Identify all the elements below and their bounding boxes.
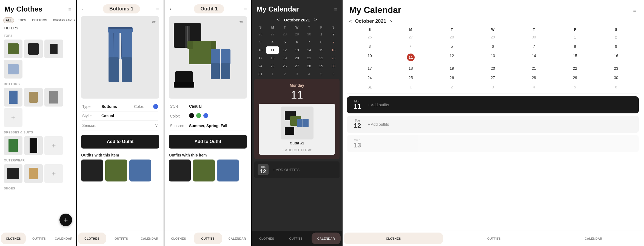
p5-31[interactable]: 31 — [349, 83, 390, 91]
outfit-thumb-3[interactable] — [129, 160, 151, 181]
cal4-day-30p[interactable]: 30 — [303, 30, 315, 38]
cal4-day-5[interactable]: 5 — [279, 38, 291, 46]
p5-27p[interactable]: 27 — [390, 33, 431, 41]
panel3-back-arrow[interactable]: ← — [169, 6, 174, 12]
p5-15[interactable]: 15 — [554, 51, 595, 63]
bottom-item-1[interactable] — [4, 88, 22, 107]
add-dress-button[interactable]: + — [44, 136, 63, 155]
p5-10[interactable]: 10 — [349, 51, 390, 63]
p5-29p[interactable]: 29 — [472, 33, 514, 41]
cal4-day-28[interactable]: 28 — [303, 62, 315, 70]
cal4-day-27[interactable]: 27 — [291, 62, 303, 70]
p5-28[interactable]: 28 — [513, 73, 554, 82]
cal4-day-18[interactable]: 18 — [266, 54, 278, 62]
add-to-outfit-button[interactable]: Add to Outfit — [81, 135, 159, 149]
cal4-day-23[interactable]: 23 — [327, 54, 340, 62]
cal4-day-1[interactable]: 1 — [315, 30, 327, 38]
dress-item-1[interactable] — [4, 136, 22, 155]
add-bottom-button[interactable]: + — [4, 108, 22, 127]
outfit-item-1[interactable] — [169, 160, 191, 181]
cal4-day-29p[interactable]: 29 — [291, 30, 303, 38]
p5-1n[interactable]: 1 — [390, 83, 431, 91]
cal4-day-17[interactable]: 17 — [254, 54, 266, 62]
p5-27[interactable]: 27 — [472, 73, 514, 82]
cal4-day-28p[interactable]: 28 — [279, 30, 291, 38]
cal4-day-27p[interactable]: 27 — [266, 30, 278, 38]
nav2-calendar[interactable]: CALENDAR — [135, 231, 164, 246]
bottom-item-2[interactable] — [24, 88, 43, 107]
panel5-prev-month[interactable]: < — [349, 19, 352, 24]
top-item-3[interactable] — [44, 40, 63, 58]
nav-calendar[interactable]: CALENDAR — [51, 231, 76, 246]
filters-row[interactable]: FILTERS › — [0, 25, 76, 32]
back-arrow-icon[interactable]: ← — [81, 6, 87, 12]
cal5-tue-item[interactable]: Tue 12 + Add outfits — [347, 116, 639, 133]
nav4-calendar[interactable]: CALENDAR — [312, 233, 341, 244]
cal4-day-26[interactable]: 26 — [279, 62, 291, 70]
panel4-prev-month[interactable]: < — [277, 17, 280, 22]
nav-outfits[interactable]: OUTFITS — [27, 231, 52, 246]
p5-23[interactable]: 23 — [595, 64, 637, 73]
panel1-menu-icon[interactable]: ≡ — [68, 6, 72, 12]
p5-29[interactable]: 29 — [554, 73, 595, 82]
nav5-outfits[interactable]: OUTFITS — [444, 231, 544, 246]
cal4-day-30[interactable]: 30 — [327, 62, 340, 70]
outerwear-item-2[interactable] — [24, 164, 43, 183]
cal4-day-2[interactable]: 2 — [327, 30, 340, 38]
outfit-add-button[interactable]: Add to Outfit — [169, 135, 247, 149]
edit-pencil-icon[interactable]: ✏ — [152, 19, 156, 25]
p5-3[interactable]: 3 — [349, 42, 390, 51]
p5-11-today[interactable]: 11 — [390, 51, 431, 63]
cal4-day-3[interactable]: 3 — [254, 38, 266, 46]
add-outfits-row[interactable]: + ADD OUTFITS ✏ — [281, 145, 313, 152]
cal4-day-16[interactable]: 16 — [327, 46, 340, 54]
cal4-day-20[interactable]: 20 — [291, 54, 303, 62]
panel4-next-month[interactable]: > — [314, 17, 317, 22]
p5-16[interactable]: 16 — [595, 51, 637, 63]
cal4-day-21[interactable]: 21 — [303, 54, 315, 62]
p5-12[interactable]: 12 — [431, 51, 472, 63]
outfit-preview-card[interactable]: Outfit #1 + ADD OUTFITS ✏ — [259, 104, 335, 155]
p5-6[interactable]: 6 — [472, 42, 514, 51]
cal4-day-4n[interactable]: 4 — [303, 70, 315, 78]
cal5-mon-item[interactable]: Mon 11 + Add outfits — [347, 96, 639, 113]
cal4-day-24[interactable]: 24 — [254, 62, 266, 70]
p5-3n[interactable]: 3 — [472, 83, 514, 91]
p5-4[interactable]: 4 — [390, 42, 431, 51]
p5-22[interactable]: 22 — [554, 64, 595, 73]
nav3-clothes[interactable]: CLOTHES — [164, 231, 193, 246]
cal5-wed-item[interactable]: Wed 13 — [347, 135, 639, 152]
edit-outfit-icon[interactable]: ✏ — [309, 148, 312, 152]
cal4-day-29[interactable]: 29 — [315, 62, 327, 70]
add-outerwear-button[interactable]: + — [44, 164, 63, 183]
cal4-day-11[interactable]: 11 — [266, 46, 278, 54]
cal4-day-13[interactable]: 13 — [291, 46, 303, 54]
cal4-day-25[interactable]: 25 — [266, 62, 278, 70]
cal4-day-4[interactable]: 4 — [266, 38, 278, 46]
nav4-outfits[interactable]: OUTFITS — [281, 231, 310, 246]
cal4-day-31[interactable]: 31 — [254, 70, 266, 78]
outfit-thumb-1[interactable] — [81, 160, 103, 181]
p5-2n[interactable]: 2 — [431, 83, 472, 91]
nav3-calendar[interactable]: CALENDAR — [223, 231, 251, 246]
cal4-day-22[interactable]: 22 — [315, 54, 327, 62]
panel5-next-month[interactable]: > — [389, 19, 392, 24]
p5-24[interactable]: 24 — [349, 73, 390, 82]
outfit-thumb-2[interactable] — [105, 160, 127, 181]
panel3-menu-icon[interactable]: ≡ — [244, 6, 247, 12]
cal4-day-6[interactable]: 6 — [291, 38, 303, 46]
bottom-item-3[interactable] — [44, 88, 63, 107]
nav2-outfits[interactable]: OUTFITS — [107, 231, 135, 246]
cat-tab-bottoms[interactable]: BOTTOMS — [30, 17, 49, 23]
cal4-day-2n[interactable]: 2 — [279, 70, 291, 78]
cal4-day-26p[interactable]: 26 — [254, 30, 266, 38]
outfit-item-2[interactable] — [193, 160, 215, 181]
p5-9[interactable]: 9 — [595, 42, 637, 51]
nav2-clothes[interactable]: CLOTHES — [78, 233, 106, 244]
p5-5[interactable]: 5 — [431, 42, 472, 51]
nav3-outfits[interactable]: OUTFITS — [194, 233, 222, 244]
outfit-item-3[interactable] — [217, 160, 239, 181]
p5-1[interactable]: 1 — [554, 33, 595, 41]
cal4-list-tue[interactable]: Tue 12 + ADD OUTFITS — [254, 161, 340, 178]
cat-tab-dresses[interactable]: DRESSES & SUITS — [51, 17, 76, 23]
